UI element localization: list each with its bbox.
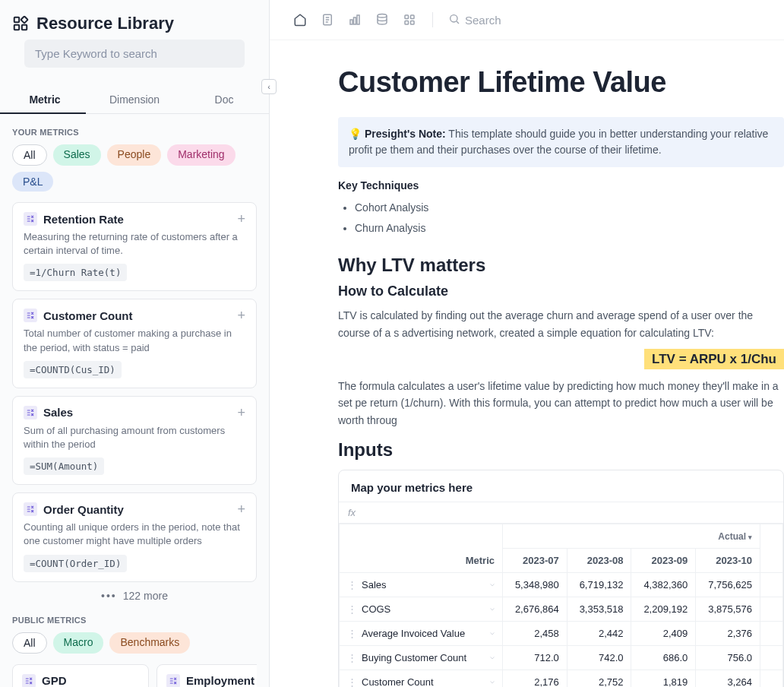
drag-handle-icon[interactable]: ⋮ xyxy=(347,676,357,687)
table-row: ⋮Average Invoiced Value⌵2,4582,4422,4092… xyxy=(340,622,783,646)
cell-value[interactable]: 3,353,518 xyxy=(567,597,631,622)
cell-value[interactable]: 2,458 xyxy=(502,622,567,646)
table-row: ⋮COGS⌵2,676,8643,353,5182,209,1923,875,5… xyxy=(340,597,783,622)
chip-macro[interactable]: Macro xyxy=(53,632,104,654)
add-metric-button[interactable]: + xyxy=(237,406,245,419)
collapse-sidebar-button[interactable]: ‹ xyxy=(261,79,277,94)
tab-doc[interactable]: Doc xyxy=(179,86,269,113)
chevron-down-icon[interactable]: ⌵ xyxy=(490,652,495,660)
metric-column-header: Metric xyxy=(340,524,503,573)
chevron-down-icon[interactable]: ⌵ xyxy=(490,579,495,587)
cell-value[interactable]: 5,348,980 xyxy=(502,573,567,597)
chevron-down-icon[interactable]: ⌵ xyxy=(490,628,495,636)
chip-pl[interactable]: P&L xyxy=(12,172,53,192)
metric-card[interactable]: Order Quantity+Counting all unique order… xyxy=(12,492,257,581)
svg-rect-12 xyxy=(405,15,409,19)
sidebar-tabs: Metric Dimension Doc xyxy=(0,86,269,114)
cell-value[interactable]: 1,819 xyxy=(631,670,696,687)
table-row: ⋮Customer Count⌵2,1762,7521,8193,264 xyxy=(340,670,783,687)
cell-value[interactable]: 2,209,192 xyxy=(631,597,696,622)
svg-rect-13 xyxy=(411,15,415,19)
metric-description: Measuring the returning rate of customer… xyxy=(24,230,245,258)
formula-highlight: LTV = ARPU x 1/Chu xyxy=(338,352,784,367)
row-label[interactable]: ⋮COGS⌵ xyxy=(340,597,503,622)
note-callout: 💡 Presight's Note: This template should … xyxy=(338,117,784,167)
add-metric-button[interactable]: + xyxy=(237,212,245,226)
drag-handle-icon[interactable]: ⋮ xyxy=(347,628,357,639)
chip-sales[interactable]: Sales xyxy=(53,144,101,166)
cell-value[interactable]: 4,382,360 xyxy=(631,573,696,597)
chevron-down-icon: ▾ xyxy=(748,533,752,541)
metric-icon xyxy=(22,674,36,688)
cell-value[interactable]: 3,875,576 xyxy=(696,597,760,622)
period-header: 2023-07 xyxy=(502,549,567,573)
cell-value[interactable]: 2,176 xyxy=(502,670,567,687)
cell-value[interactable]: 712.0 xyxy=(502,646,567,670)
cell-value[interactable]: 3,264 xyxy=(696,670,760,687)
metric-card[interactable]: Employment RaMeasuring the returning rat… xyxy=(156,664,257,688)
chip-benchmarks[interactable]: Benchmarks xyxy=(109,632,190,654)
cell-value[interactable]: 2,409 xyxy=(631,622,696,646)
cell-value[interactable]: 2,376 xyxy=(696,622,760,646)
cell-value[interactable]: 2,752 xyxy=(567,670,631,687)
body-paragraph: The formula calculates a user's lifetime… xyxy=(338,378,784,429)
chevron-down-icon[interactable]: ⌵ xyxy=(490,676,495,685)
metric-description: Sum of all purchasing amount from custom… xyxy=(24,424,245,451)
metric-card[interactable]: GPDMeasuring the returning rate of custo… xyxy=(12,664,149,688)
svg-rect-15 xyxy=(411,21,415,25)
document-icon[interactable] xyxy=(320,12,335,27)
row-label[interactable]: ⋮Average Invoiced Value⌵ xyxy=(340,622,503,646)
cell-value[interactable]: 7,756,625 xyxy=(696,573,760,597)
home-icon[interactable] xyxy=(292,12,308,27)
tab-dimension[interactable]: Dimension xyxy=(90,86,179,113)
tab-metric[interactable]: Metric xyxy=(0,86,90,113)
metric-icon xyxy=(24,309,37,322)
cell-value[interactable]: 686.0 xyxy=(631,646,696,670)
chip-marketing[interactable]: Marketing xyxy=(167,144,235,166)
metric-card[interactable]: Sales+Sum of all purchasing amount from … xyxy=(12,396,257,485)
add-metric-button[interactable]: + xyxy=(237,502,245,516)
metric-name: Customer Count xyxy=(43,309,231,322)
top-toolbar: Search xyxy=(270,0,784,40)
cell-value[interactable]: 6,719,132 xyxy=(567,573,631,597)
svg-rect-9 xyxy=(354,17,356,24)
svg-rect-1 xyxy=(21,16,28,23)
formula-bar[interactable]: fx xyxy=(339,502,783,524)
database-icon[interactable] xyxy=(375,12,390,27)
metric-description: Counting all unique orders in the period… xyxy=(24,521,245,548)
cell-value[interactable]: 2,442 xyxy=(567,622,631,646)
drag-handle-icon[interactable]: ⋮ xyxy=(347,603,357,615)
actual-header[interactable]: Actual▾ xyxy=(502,524,760,549)
table-row: ⋮Buying Customer Count⌵712.0742.0686.075… xyxy=(340,646,783,670)
chip-public-all[interactable]: All xyxy=(12,632,47,654)
chevron-down-icon[interactable]: ⌵ xyxy=(490,603,495,612)
apps-icon[interactable] xyxy=(402,12,417,27)
table-row: ⋮Sales⌵5,348,9806,719,1324,382,3607,756,… xyxy=(340,573,783,597)
metric-icon xyxy=(24,212,37,226)
row-label[interactable]: ⋮Buying Customer Count⌵ xyxy=(340,646,503,670)
page-title: Customer Lifetime Value xyxy=(338,66,784,99)
chart-icon[interactable] xyxy=(347,12,362,27)
cell-value[interactable]: 2,676,864 xyxy=(502,597,567,622)
more-metrics[interactable]: ••• 122 more xyxy=(12,590,257,602)
sidebar-title: Resource Library xyxy=(12,14,257,33)
add-metric-button[interactable]: + xyxy=(237,309,245,322)
row-label[interactable]: ⋮Customer Count⌵ xyxy=(340,670,503,687)
svg-rect-3 xyxy=(22,25,27,30)
chip-people[interactable]: People xyxy=(107,144,162,166)
drag-handle-icon[interactable]: ⋮ xyxy=(347,652,357,663)
row-label[interactable]: ⋮Sales⌵ xyxy=(340,573,503,597)
svg-point-16 xyxy=(450,14,457,21)
metric-card[interactable]: Customer Count+Total number of customer … xyxy=(12,299,257,388)
chip-all[interactable]: All xyxy=(12,144,47,166)
sidebar-search-input[interactable]: Type Keyword to search xyxy=(24,40,245,68)
sidebar-title-text: Resource Library xyxy=(36,14,174,33)
metric-icon xyxy=(24,406,37,419)
metric-card[interactable]: Retention Rate+Measuring the returning r… xyxy=(12,202,257,291)
drag-handle-icon[interactable]: ⋮ xyxy=(347,579,357,590)
top-search[interactable]: Search xyxy=(448,13,501,27)
cell-value[interactable]: 756.0 xyxy=(696,646,760,670)
chevron-left-icon: ‹ xyxy=(267,82,270,91)
cell-value[interactable]: 742.0 xyxy=(567,646,631,670)
metric-name: Order Quantity xyxy=(43,503,231,516)
